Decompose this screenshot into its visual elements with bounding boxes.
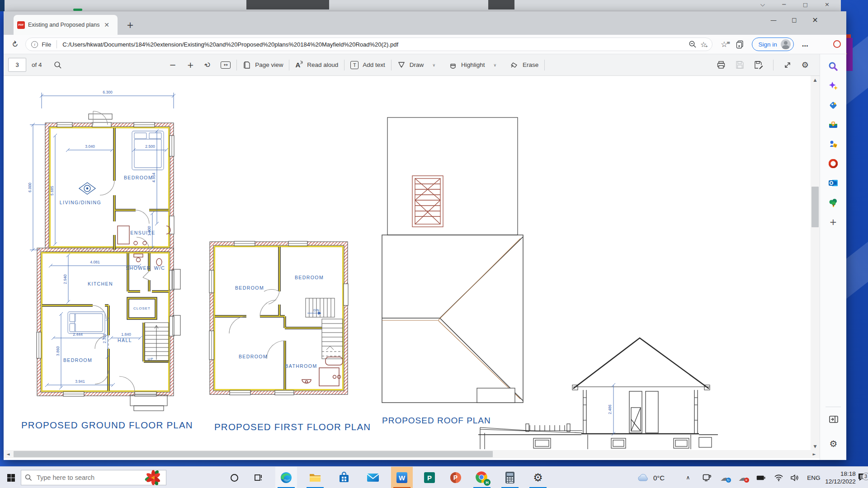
taskbar-settings-icon[interactable]: ⚙ [527,467,549,488]
collections-icon[interactable] [736,40,745,49]
save-icon[interactable] [736,61,744,69]
search-input[interactable] [37,474,127,481]
svg-text:6.000: 6.000 [28,183,32,192]
svg-text:P: P [427,474,432,482]
roof-plan: PROPOSED ROOF PLAN [382,117,523,425]
zoom-out-button[interactable]: − [170,60,176,70]
sidebar-tree-icon[interactable] [827,197,839,208]
window-maximize-button[interactable]: □ [784,11,805,28]
print-icon[interactable] [717,61,726,70]
search-icon [25,474,32,481]
svg-text:2.444: 2.444 [73,332,83,337]
battery-icon[interactable] [753,467,769,488]
fit-to-width-icon[interactable]: ↔ [221,61,231,69]
scroll-right-icon[interactable]: ► [810,450,819,458]
window-close-button[interactable]: ✕ [805,11,826,28]
save-as-icon[interactable] [754,61,763,69]
scroll-up-icon[interactable]: ▲ [811,76,820,84]
zoom-out-icon[interactable] [689,40,697,48]
taskbar-publisher-icon[interactable]: P [419,467,440,488]
maximize-icon[interactable]: □ [803,2,807,8]
window-minimize-button[interactable]: — [763,11,784,28]
refresh-icon[interactable]: ↻ [9,39,20,50]
open-in-sidebar-button[interactable] [820,415,847,424]
sidebar-games-icon[interactable] [827,138,839,150]
language-indicator[interactable]: ENG [804,467,823,488]
sidebar-search-icon[interactable] [827,61,839,72]
task-view-button[interactable] [248,467,269,488]
sign-in-button[interactable]: Sign in [752,38,794,51]
cast-icon[interactable] [699,467,714,488]
svg-text:ENSUITE: ENSUITE [130,230,155,235]
horizontal-scrollbar[interactable]: ◄ ► [4,450,820,458]
roof-plan-title: PROPOSED ROOF PLAN [382,416,491,425]
taskbar-edge-icon[interactable] [275,467,297,488]
divider [289,60,289,70]
taskbar-powerpoint-icon[interactable]: P [445,467,467,488]
sidebar-shopping-icon[interactable] [827,99,839,111]
settings-menu-icon[interactable]: … [802,41,809,48]
highlight-button[interactable]: Highlight ∨ [449,61,496,69]
svg-text:LIVING/DINING: LIVING/DINING [60,200,101,205]
vertical-scrollbar[interactable]: ▲ ▼ [811,76,820,450]
sidebar-discover-icon[interactable] [827,80,839,92]
sidebar-outlook-icon[interactable] [827,177,839,189]
scroll-left-icon[interactable]: ◄ [4,450,13,458]
add-favorite-icon[interactable]: ☆＋ [700,40,707,49]
read-aloud-button[interactable]: A Read aloud [295,61,338,69]
cortana-button[interactable] [223,467,245,488]
sidebar-tools-icon[interactable] [827,119,839,131]
erase-icon [510,61,519,69]
taskbar-calculator-icon[interactable] [499,467,521,488]
chevron-down-icon[interactable]: ⌵ [760,1,765,8]
sidebar-office-icon[interactable] [827,158,839,169]
close-icon[interactable]: × [825,1,830,8]
rotate-icon[interactable]: ↻ [203,60,213,70]
onedrive-sync-icon[interactable]: ☁↻ [717,467,732,488]
chevron-down-icon[interactable]: ∨ [432,63,435,67]
taskbar-search-box[interactable] [21,470,166,485]
sidebar-add-icon[interactable]: + [827,216,839,228]
pdf-settings-gear-icon[interactable]: ⚙ [802,60,809,70]
clock[interactable]: 18:18 12/12/2022 [824,467,857,488]
draw-button[interactable]: Draw ∨ [397,61,435,69]
erase-button[interactable]: Erase [510,61,538,69]
start-button[interactable] [1,467,21,488]
page-info-icon[interactable]: i [31,41,38,48]
tab-title: Existing and Proposed plans 184 [28,22,99,28]
draw-icon [397,61,406,69]
taskbar-chrome-icon[interactable]: H [471,467,493,488]
poinsettia-icon[interactable] [144,469,162,487]
page-view-button[interactable]: Page view [243,61,283,69]
volume-icon[interactable] [787,467,802,488]
search-icon[interactable] [54,61,62,69]
divider [544,60,545,70]
taskbar-file-explorer-icon[interactable] [304,467,326,488]
zoom-in-button[interactable]: + [187,60,194,70]
vertical-scroll-thumb[interactable] [811,187,819,227]
taskbar-weather[interactable]: 0°C [626,467,676,488]
action-center-button[interactable]: 3 [856,467,868,488]
url-field[interactable]: i File C:/Users/hkwat/Documents/184%20ex… [25,38,712,51]
tray-show-hidden-icons[interactable]: ∧ [681,467,695,488]
fullscreen-icon[interactable] [783,61,792,69]
url-text[interactable]: C:/Users/hkwat/Documents/184%20extension… [62,41,685,48]
minimize-icon[interactable]: − [782,1,787,8]
sidebar-settings-gear-icon[interactable]: ⚙ [820,438,847,449]
wifi-icon[interactable] [771,467,786,488]
taskbar-word-icon[interactable]: W [391,467,413,488]
tab-close-icon[interactable]: ✕ [103,21,111,29]
favorites-icon[interactable]: ☆≡ [721,40,727,49]
chevron-down-icon[interactable]: ∨ [494,63,497,67]
taskbar-store-icon[interactable] [333,467,355,488]
taskbar-mail-icon[interactable] [362,467,384,488]
tab-pdf-document[interactable]: PDF Existing and Proposed plans 184 ✕ [14,15,118,35]
add-text-icon: T [350,61,359,69]
svg-text:6.300: 6.300 [103,90,113,94]
horizontal-scroll-thumb[interactable] [14,451,493,457]
add-text-button[interactable]: T Add text [350,61,385,69]
scroll-down-icon[interactable]: ▼ [811,442,820,450]
page-number-input[interactable] [8,58,26,72]
onedrive-error-icon[interactable]: ☁✕ [735,467,750,488]
new-tab-button[interactable]: + [124,19,137,31]
